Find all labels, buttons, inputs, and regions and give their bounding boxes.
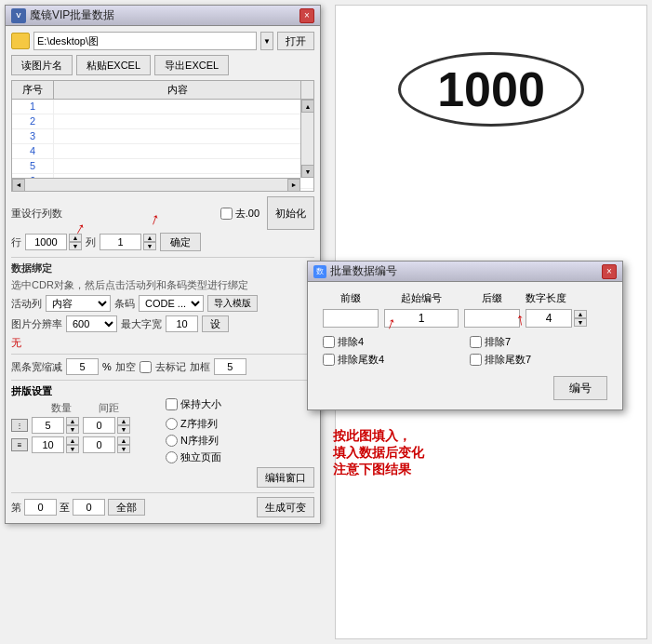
remove-marker-checkbox[interactable] — [140, 361, 152, 373]
col-up-arrow[interactable]: ▲ — [143, 234, 156, 242]
file-path-input[interactable] — [33, 32, 257, 50]
edit-window-button[interactable]: 编辑窗口 — [257, 467, 314, 488]
digit-length-up[interactable]: ▲ — [574, 310, 587, 318]
batch-labels-row: 前缀 起始编号 后缀 数字长度 — [323, 291, 607, 305]
init-button[interactable]: 初始化 — [267, 196, 314, 230]
prefix-input[interactable] — [323, 309, 379, 328]
paste-excel-btn[interactable]: 粘贴EXCEL — [76, 55, 151, 75]
row-input[interactable] — [25, 234, 67, 250]
from-input[interactable] — [24, 499, 57, 516]
scroll-down-btn[interactable]: ▼ — [301, 165, 314, 178]
image-res-select[interactable]: 600 — [66, 315, 117, 332]
import-template-btn[interactable]: 导入模版 — [207, 295, 258, 312]
row-down-arrow[interactable]: ▼ — [69, 242, 82, 250]
scroll-right-btn[interactable]: ► — [287, 179, 300, 192]
generate-button[interactable]: 生成可变 — [257, 497, 314, 517]
set-button[interactable]: 设 — [202, 315, 229, 332]
number-btn-row: 编号 — [323, 376, 607, 400]
edit-window-row: 编辑窗口 — [11, 467, 314, 488]
remove-decimal-label: 去.00 — [235, 207, 259, 221]
confirm-button[interactable]: 确定 — [160, 233, 201, 251]
row1-count-up[interactable]: ▲ — [66, 417, 79, 425]
cell-content — [54, 100, 313, 114]
independent-page-radio[interactable] — [166, 451, 178, 463]
col-spinner: ▲ ▼ — [100, 234, 156, 250]
exclude-7-checkbox[interactable] — [470, 336, 482, 348]
cell-seq: 3 — [12, 129, 54, 143]
remove-decimal-checkbox[interactable] — [220, 208, 233, 220]
barcode-strip-label: 黑条宽缩减 — [11, 360, 62, 374]
folder-icon[interactable] — [11, 33, 30, 49]
table-horizontal-scrollbar[interactable]: ◄ ► — [12, 178, 300, 191]
n-order-radio-item: N序排列 — [166, 434, 314, 448]
active-col-label: 活动列 — [11, 297, 42, 311]
row1-spacing-input[interactable] — [83, 417, 115, 434]
layout-row-2: ≡ ▲ ▼ ▲ ▼ — [11, 436, 160, 453]
scroll-up-btn[interactable]: ▲ — [301, 100, 314, 113]
table-row: 5 — [12, 159, 313, 174]
exclude-tail-7-checkbox[interactable] — [470, 354, 482, 366]
row-col-inputs: 行 ▲ ▼ 列 ▲ ▼ 确定 — [11, 233, 314, 251]
row2-spacing-arrows: ▲ ▼ — [117, 436, 130, 453]
row2-count-arrows: ▲ ▼ — [66, 436, 79, 453]
suffix-input[interactable] — [464, 309, 520, 328]
scroll-left-btn[interactable]: ◄ — [12, 179, 25, 192]
row1-spacing-down[interactable]: ▼ — [117, 425, 130, 434]
layout-row-1: ⋮ ▲ ▼ ▲ ▼ — [11, 417, 160, 434]
row2-spacing-up[interactable]: ▲ — [117, 436, 130, 445]
number-button[interactable]: 编号 — [553, 376, 607, 400]
col-down-arrow[interactable]: ▼ — [143, 242, 156, 250]
border-input[interactable] — [214, 358, 246, 375]
row1-count-input[interactable] — [32, 417, 64, 434]
row2-count-spinner: ▲ ▼ — [32, 436, 79, 453]
exclude-tail-7-label: 排除尾数7 — [485, 353, 531, 367]
read-image-btn[interactable]: 读图片名 — [11, 55, 73, 75]
row1-spacing-up[interactable]: ▲ — [117, 417, 130, 425]
digit-length-input[interactable] — [526, 309, 572, 328]
layout-header: 数量 间距 — [11, 401, 160, 415]
layout-section: 拼版设置 数量 间距 ⋮ ▲ ▼ — [11, 384, 314, 488]
none-text: 无 — [11, 337, 21, 348]
row2-spacing-down[interactable]: ▼ — [117, 445, 130, 453]
row2-count-up[interactable]: ▲ — [66, 436, 79, 445]
start-num-input[interactable] — [384, 309, 459, 328]
keep-size-checkbox[interactable] — [166, 398, 178, 410]
exclude-tail-4-checkbox[interactable] — [323, 354, 335, 366]
open-button[interactable]: 打开 — [277, 32, 314, 50]
n-order-radio[interactable] — [166, 435, 178, 447]
exclude-4-item: 排除4 — [323, 335, 460, 349]
barcode-strip-input[interactable] — [66, 358, 99, 375]
row2-count-input[interactable] — [32, 436, 64, 453]
barcode-label: 条码 — [114, 297, 135, 311]
col-seq-header: 序号 — [12, 81, 54, 99]
all-button[interactable]: 全部 — [108, 499, 145, 516]
main-window-close[interactable]: × — [299, 8, 314, 23]
row2-spacing-input[interactable] — [83, 436, 115, 453]
row-up-arrow[interactable]: ▲ — [69, 234, 82, 242]
col-input[interactable] — [100, 234, 141, 250]
layout-inner: 拼版设置 数量 间距 ⋮ ▲ ▼ — [11, 384, 314, 464]
to-input[interactable] — [73, 499, 105, 516]
main-window-icon: V — [11, 8, 26, 23]
table-vertical-scrollbar[interactable]: ▲ ▼ — [300, 100, 313, 178]
path-dropdown-arrow[interactable]: ▼ — [260, 32, 273, 50]
prefix-label: 前缀 — [323, 291, 379, 305]
active-col-select[interactable]: 内容 — [46, 295, 111, 312]
row2-spacing-spinner: ▲ ▼ — [83, 436, 130, 453]
row1-count-down[interactable]: ▼ — [66, 425, 79, 434]
digit-length-arrows: ▲ ▼ — [574, 310, 587, 327]
col-label: 列 — [86, 235, 96, 249]
row2-count-down[interactable]: ▼ — [66, 445, 79, 453]
digit-length-down[interactable]: ▼ — [574, 318, 587, 327]
export-excel-btn[interactable]: 导出EXCEL — [154, 55, 229, 75]
main-title-bar: V 魔镜VIP批量数据 × — [6, 6, 320, 26]
batch-dialog-close[interactable]: × — [602, 264, 617, 279]
row1-count-spinner: ▲ ▼ — [32, 417, 79, 434]
barcode-select[interactable]: CODE ... — [139, 295, 204, 312]
reset-controls-row: 重设行列数 去.00 初始化 — [11, 196, 314, 230]
exclude-4-checkbox[interactable] — [323, 336, 335, 348]
batch-dialog: 数 批量数据编号 × 前缀 起始编号 后缀 数字长度 ▲ ▼ — [307, 261, 623, 410]
cell-content — [54, 144, 313, 158]
max-width-input[interactable] — [166, 315, 198, 332]
z-order-radio[interactable] — [166, 418, 178, 430]
